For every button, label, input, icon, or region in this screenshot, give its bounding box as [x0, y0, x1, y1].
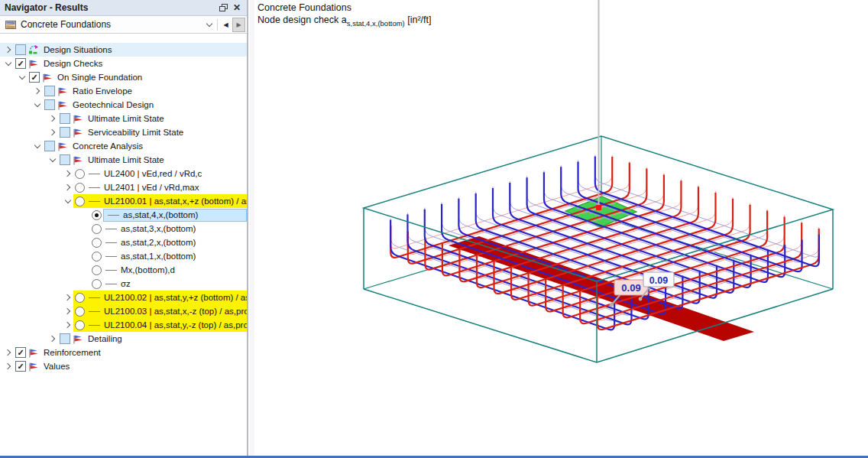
tree-item-concrete-analysis[interactable]: Concrete Analysis [0, 139, 247, 153]
expander-icon[interactable] [63, 196, 73, 206]
highlighted-check-row[interactable]: UL2100.03 | as,stat,x,-z (top) / as,prov… [73, 304, 247, 318]
tree-item-as-stat-4-x-bottom[interactable]: as,stat,4,x,(bottom) [0, 208, 247, 222]
tree-item-ul2100-02[interactable]: UL2100.02 | as,stat,y,+z (bottom) / as,p… [0, 291, 247, 304]
expander-icon[interactable] [3, 58, 14, 69]
checkbox-checked[interactable] [15, 347, 26, 358]
expander-icon[interactable] [63, 168, 73, 179]
tree-item-label[interactable]: Ultimate Limit State [88, 155, 164, 164]
dropdown-value[interactable]: Concrete Foundations [21, 19, 202, 30]
radio-button[interactable] [92, 252, 102, 261]
tree-item-as-stat-2-x-bottom[interactable]: as,stat,2,x,(bottom) [0, 235, 247, 249]
expander-icon[interactable] [47, 154, 58, 165]
expander-icon[interactable] [47, 333, 58, 344]
tree-item-as-stat-3-x-bottom[interactable]: as,stat,3,x,(bottom) [0, 222, 247, 235]
expander-icon[interactable] [3, 361, 14, 372]
checkbox[interactable] [15, 44, 26, 55]
tree-item-label[interactable]: UL2400 | vEd,red / vRd,c [104, 169, 202, 178]
radio-button[interactable] [92, 224, 102, 234]
radio-button[interactable] [92, 265, 102, 275]
tree-item-detailing[interactable]: Detailing [0, 332, 247, 346]
tree-item-ul2100-03[interactable]: UL2100.03 | as,stat,x,-z (top) / as,prov… [0, 304, 247, 318]
tree-item-label[interactable]: UL2100.01 | as,stat,x,+z (bottom) / as,p… [104, 197, 247, 206]
tree-item-label[interactable]: Ultimate Limit State [88, 114, 164, 123]
tree-item-serviceability-limit-state[interactable]: Serviceability Limit State [0, 125, 247, 139]
tree-item-design-checks[interactable]: Design Checks [0, 57, 247, 70]
tree-item-label[interactable]: On Single Foundation [57, 73, 142, 82]
highlighted-check-row[interactable]: UL2100.02 | as,stat,y,+z (bottom) / as,p… [73, 291, 247, 304]
highlighted-check-row[interactable]: UL2100.01 | as,stat,x,+z (bottom) / as,p… [73, 194, 247, 208]
expander-icon[interactable] [47, 127, 58, 138]
tree-item-values[interactable]: Values [0, 359, 247, 373]
expander-icon[interactable] [3, 44, 14, 55]
tree-item-label[interactable]: σz [121, 279, 131, 288]
tree-item-label[interactable]: Serviceability Limit State [88, 128, 183, 137]
radio-button[interactable] [75, 169, 85, 179]
expander-icon[interactable] [17, 72, 28, 83]
tree-item-label[interactable]: UL2100.03 | as,stat,x,-z (top) / as,prov… [104, 307, 247, 316]
checkbox[interactable] [60, 127, 70, 138]
selected-result-row[interactable]: as,stat,4,x,(bottom) [103, 209, 247, 222]
tree-item-geotechnical-design[interactable]: Geotechnical Design [0, 98, 247, 112]
highlighted-check-row[interactable]: UL2100.04 | as,stat,y,-z (top) / as,prov… [73, 318, 247, 332]
tree-item-label[interactable]: Geotechnical Design [73, 100, 154, 109]
radio-button[interactable] [92, 238, 102, 248]
tree-item-on-single-foundation[interactable]: On Single Foundation [0, 70, 247, 84]
expander-icon[interactable] [32, 141, 43, 151]
float-window-icon[interactable] [216, 2, 230, 14]
tree-item-label[interactable]: Ratio Envelope [73, 86, 132, 96]
tree-item-label[interactable]: Design Situations [44, 45, 112, 54]
3d-results-viewport[interactable]: Concrete Foundations Node design check a… [254, 0, 868, 456]
radio-button[interactable] [75, 197, 85, 206]
tree-item-label[interactable]: Concrete Analysis [73, 141, 143, 151]
tree-item-mx-bottom-d[interactable]: Mx,(bottom),d [0, 263, 247, 277]
radio-button-selected[interactable] [92, 210, 102, 220]
checkbox-checked[interactable] [15, 361, 26, 372]
expander-icon[interactable] [47, 113, 58, 124]
checkbox-checked[interactable] [29, 72, 40, 83]
tree-item-ul2100-04[interactable]: UL2100.04 | as,stat,y,-z (top) / as,prov… [0, 318, 247, 332]
expander-icon[interactable] [63, 306, 73, 317]
expander-icon[interactable] [32, 99, 43, 110]
tree-item-as-stat-1-x-bottom[interactable]: as,stat,1,x,(bottom) [0, 249, 247, 263]
tree-item-ul2401[interactable]: UL2401 | vEd / vRd,max [0, 180, 247, 194]
tree-item-label[interactable]: as,stat,1,x,(bottom) [121, 252, 196, 261]
tree-item-label[interactable]: Reinforcement [44, 348, 101, 357]
checkbox[interactable] [60, 154, 70, 165]
radio-button[interactable] [92, 279, 102, 289]
expander-icon[interactable] [63, 182, 73, 193]
3d-scene[interactable]: 0.09 0.09 [254, 0, 868, 456]
tree-item-label[interactable]: as,stat,4,x,(bottom) [123, 210, 198, 219]
checkbox[interactable] [44, 86, 55, 96]
tree-item-reinforcement[interactable]: Reinforcement [0, 346, 247, 359]
radio-button[interactable] [75, 183, 85, 193]
expander-icon[interactable] [63, 320, 73, 330]
chevron-down-icon[interactable] [202, 18, 215, 32]
tree-item-label[interactable]: Design Checks [44, 59, 102, 68]
panel-titlebar[interactable]: Navigator - Results ✕ [0, 0, 247, 16]
next-arrow-icon[interactable]: ▶ [232, 18, 245, 32]
tree-item-label[interactable]: Values [44, 362, 70, 371]
radio-button[interactable] [75, 320, 85, 330]
tree-item-label[interactable]: Detailing [88, 334, 122, 343]
radio-button[interactable] [75, 293, 85, 303]
expander-icon[interactable] [63, 292, 73, 303]
checkbox[interactable] [60, 333, 70, 344]
tree-item-label[interactable]: UL2401 | vEd / vRd,max [104, 183, 199, 192]
expander-icon[interactable] [3, 347, 14, 358]
checkbox[interactable] [44, 141, 55, 151]
tree-item-sigma-z[interactable]: σz [0, 277, 247, 291]
radio-button[interactable] [75, 307, 85, 317]
tree-item-ratio-envelope[interactable]: Ratio Envelope [0, 84, 247, 98]
tree-item-ul2400[interactable]: UL2400 | vEd,red / vRd,c [0, 167, 247, 180]
tree-item-ultimate-limit-state-concrete[interactable]: Ultimate Limit State [0, 153, 247, 167]
prev-arrow-icon[interactable]: ◀ [219, 18, 232, 32]
tree-item-label[interactable]: UL2100.02 | as,stat,y,+z (bottom) / as,p… [104, 293, 247, 302]
checkbox[interactable] [44, 99, 55, 110]
tree-item-ultimate-limit-state-geo[interactable]: Ultimate Limit State [0, 112, 247, 125]
checkbox-checked[interactable] [15, 58, 26, 69]
tree-item-label[interactable]: as,stat,2,x,(bottom) [121, 238, 196, 247]
tree-item-label[interactable]: UL2100.04 | as,stat,y,-z (top) / as,prov… [104, 320, 247, 330]
tree-item-ul2100-01[interactable]: UL2100.01 | as,stat,x,+z (bottom) / as,p… [0, 194, 247, 208]
tree-item-label[interactable]: as,stat,3,x,(bottom) [121, 224, 196, 233]
tree-item-design-situations[interactable]: Design Situations [0, 43, 247, 57]
